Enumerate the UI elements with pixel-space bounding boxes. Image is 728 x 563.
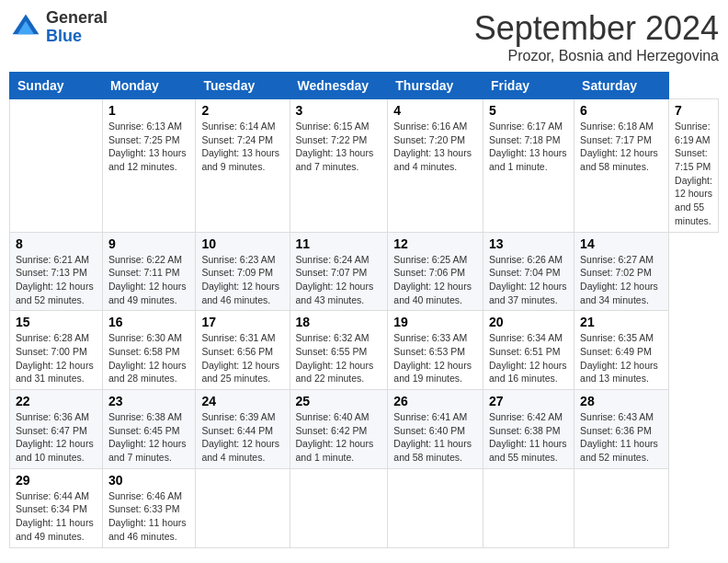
col-wednesday: Wednesday [290,73,388,99]
col-thursday: Thursday [388,73,483,99]
day-info: Sunrise: 6:41 AM Sunset: 6:40 PM Dayligh… [393,410,477,465]
day-number: 10 [201,236,283,251]
calendar-cell: 22 Sunrise: 6:36 AM Sunset: 6:47 PM Dayl… [10,390,103,469]
calendar-header-row: Sunday Monday Tuesday Wednesday Thursday… [10,73,719,99]
calendar-week-4: 22 Sunrise: 6:36 AM Sunset: 6:47 PM Dayl… [10,390,719,469]
calendar-cell: 7 Sunrise: 6:19 AM Sunset: 7:15 PM Dayli… [669,99,719,233]
day-number: 11 [296,236,382,251]
day-info: Sunrise: 6:19 AM Sunset: 7:15 PM Dayligh… [675,120,712,228]
day-number: 16 [108,315,189,329]
day-info: Sunrise: 6:22 AM Sunset: 7:11 PM Dayligh… [108,253,189,307]
calendar-week-5: 29 Sunrise: 6:44 AM Sunset: 6:34 PM Dayl… [10,468,719,547]
logo-icon [9,11,42,44]
day-number: 9 [108,236,189,251]
day-info: Sunrise: 6:23 AM Sunset: 7:09 PM Dayligh… [201,253,283,307]
calendar-cell: 17 Sunrise: 6:31 AM Sunset: 6:56 PM Dayl… [196,311,290,390]
calendar-cell: 2 Sunrise: 6:14 AM Sunset: 7:24 PM Dayli… [196,99,290,233]
calendar-cell: 11 Sunrise: 6:24 AM Sunset: 7:07 PM Dayl… [290,232,388,311]
day-number: 30 [108,473,189,488]
calendar-cell: 28 Sunrise: 6:43 AM Sunset: 6:36 PM Dayl… [574,390,669,469]
day-number: 15 [16,315,97,329]
day-info: Sunrise: 6:18 AM Sunset: 7:17 PM Dayligh… [580,120,663,174]
calendar-cell: 25 Sunrise: 6:40 AM Sunset: 6:42 PM Dayl… [290,390,388,469]
calendar-cell: 9 Sunrise: 6:22 AM Sunset: 7:11 PM Dayli… [102,232,195,311]
day-info: Sunrise: 6:25 AM Sunset: 7:06 PM Dayligh… [393,253,477,307]
day-info: Sunrise: 6:16 AM Sunset: 7:20 PM Dayligh… [393,120,477,174]
calendar-cell: 29 Sunrise: 6:44 AM Sunset: 6:34 PM Dayl… [10,468,103,547]
day-info: Sunrise: 6:13 AM Sunset: 7:25 PM Dayligh… [108,120,189,174]
day-info: Sunrise: 6:39 AM Sunset: 6:44 PM Dayligh… [201,410,283,465]
logo-general: General [46,8,108,27]
calendar-cell: 3 Sunrise: 6:15 AM Sunset: 7:22 PM Dayli… [290,99,388,233]
day-info: Sunrise: 6:32 AM Sunset: 6:55 PM Dayligh… [296,331,382,385]
day-info: Sunrise: 6:26 AM Sunset: 7:04 PM Dayligh… [489,253,568,307]
calendar-cell: 13 Sunrise: 6:26 AM Sunset: 7:04 PM Dayl… [483,232,574,311]
day-info: Sunrise: 6:17 AM Sunset: 7:18 PM Dayligh… [489,120,568,174]
calendar-cell: 5 Sunrise: 6:17 AM Sunset: 7:18 PM Dayli… [483,99,574,233]
day-info: Sunrise: 6:14 AM Sunset: 7:24 PM Dayligh… [201,120,283,174]
day-number: 13 [489,236,568,251]
day-info: Sunrise: 6:44 AM Sunset: 6:34 PM Dayligh… [16,489,97,544]
calendar-cell: 24 Sunrise: 6:39 AM Sunset: 6:44 PM Dayl… [196,390,290,469]
day-info: Sunrise: 6:24 AM Sunset: 7:07 PM Dayligh… [296,253,382,307]
calendar-cell: 12 Sunrise: 6:25 AM Sunset: 7:06 PM Dayl… [388,232,483,311]
calendar-week-2: 8 Sunrise: 6:21 AM Sunset: 7:13 PM Dayli… [10,232,719,311]
calendar-cell: 16 Sunrise: 6:30 AM Sunset: 6:58 PM Dayl… [102,311,195,390]
day-number: 4 [393,103,477,118]
day-number: 1 [108,103,189,118]
calendar-cell: 26 Sunrise: 6:41 AM Sunset: 6:40 PM Dayl… [388,390,483,469]
calendar-cell: 30 Sunrise: 6:46 AM Sunset: 6:33 PM Dayl… [102,468,195,547]
day-info: Sunrise: 6:35 AM Sunset: 6:49 PM Dayligh… [580,331,663,385]
day-number: 26 [393,394,477,408]
day-info: Sunrise: 6:28 AM Sunset: 7:00 PM Dayligh… [16,331,97,385]
day-info: Sunrise: 6:30 AM Sunset: 6:58 PM Dayligh… [108,331,189,385]
calendar-cell: 1 Sunrise: 6:13 AM Sunset: 7:25 PM Dayli… [102,99,195,233]
day-number: 2 [201,103,283,118]
day-info: Sunrise: 6:43 AM Sunset: 6:36 PM Dayligh… [580,410,663,465]
day-number: 19 [393,315,477,329]
day-info: Sunrise: 6:40 AM Sunset: 6:42 PM Dayligh… [296,410,382,465]
col-friday: Friday [483,73,574,99]
day-number: 20 [489,315,568,329]
calendar-cell [574,468,669,547]
day-number: 22 [16,394,97,408]
location: Prozor, Bosnia and Herzegovina [474,48,719,64]
col-tuesday: Tuesday [196,73,290,99]
day-number: 18 [296,315,382,329]
page-header: General Blue September 2024 Prozor, Bosn… [9,9,719,64]
calendar-cell [388,468,483,547]
logo-blue: Blue [46,27,82,45]
day-info: Sunrise: 6:42 AM Sunset: 6:38 PM Dayligh… [489,410,568,465]
day-info: Sunrise: 6:31 AM Sunset: 6:56 PM Dayligh… [201,331,283,385]
day-number: 23 [108,394,189,408]
day-info: Sunrise: 6:36 AM Sunset: 6:47 PM Dayligh… [16,410,97,465]
day-number: 7 [675,103,712,118]
day-info: Sunrise: 6:33 AM Sunset: 6:53 PM Dayligh… [393,331,477,385]
day-number: 17 [201,315,283,329]
title-section: September 2024 Prozor, Bosnia and Herzeg… [474,9,719,64]
calendar-cell: 4 Sunrise: 6:16 AM Sunset: 7:20 PM Dayli… [388,99,483,233]
day-info: Sunrise: 6:21 AM Sunset: 7:13 PM Dayligh… [16,253,97,307]
day-info: Sunrise: 6:34 AM Sunset: 6:51 PM Dayligh… [489,331,568,385]
day-info: Sunrise: 6:38 AM Sunset: 6:45 PM Dayligh… [108,410,189,465]
calendar-cell [10,99,103,233]
day-number: 21 [580,315,663,329]
calendar-cell: 8 Sunrise: 6:21 AM Sunset: 7:13 PM Dayli… [10,232,103,311]
logo-text: General Blue [46,9,108,46]
day-number: 14 [580,236,663,251]
month-title: September 2024 [474,9,719,48]
calendar-cell: 18 Sunrise: 6:32 AM Sunset: 6:55 PM Dayl… [290,311,388,390]
calendar-cell: 14 Sunrise: 6:27 AM Sunset: 7:02 PM Dayl… [574,232,669,311]
calendar: Sunday Monday Tuesday Wednesday Thursday… [9,72,719,548]
col-sunday: Sunday [10,73,103,99]
day-number: 25 [296,394,382,408]
day-number: 8 [16,236,97,251]
day-info: Sunrise: 6:27 AM Sunset: 7:02 PM Dayligh… [580,253,663,307]
calendar-cell: 21 Sunrise: 6:35 AM Sunset: 6:49 PM Dayl… [574,311,669,390]
day-number: 3 [296,103,382,118]
day-info: Sunrise: 6:15 AM Sunset: 7:22 PM Dayligh… [296,120,382,174]
day-number: 24 [201,394,283,408]
day-number: 29 [16,473,97,488]
calendar-cell: 10 Sunrise: 6:23 AM Sunset: 7:09 PM Dayl… [196,232,290,311]
calendar-cell: 20 Sunrise: 6:34 AM Sunset: 6:51 PM Dayl… [483,311,574,390]
